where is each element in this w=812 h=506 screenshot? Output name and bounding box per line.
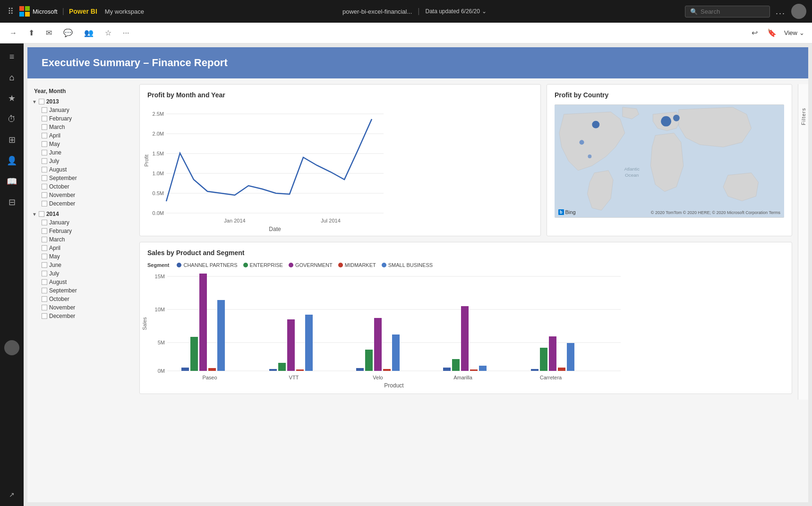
profit-y-axis-label: Profit — [144, 154, 149, 167]
tree-month-jan-2014: January — [32, 218, 134, 227]
more-options-button[interactable]: ... — [776, 7, 786, 17]
legend-item-gov: GOVERNMENT — [289, 262, 333, 268]
tree-month-nov-2013: November — [32, 191, 134, 199]
legend-dot-sb — [382, 263, 386, 267]
tree-month-oct-2013: October — [32, 182, 134, 191]
tree-month-mar-2013: March — [32, 123, 134, 131]
email-icon[interactable]: ✉ — [44, 26, 54, 39]
year-label-2014: 2014 — [46, 211, 59, 217]
share-icon[interactable]: ⬆ — [26, 26, 36, 39]
toolbar-right: ↩ 🔖 View ⌄ — [750, 26, 804, 39]
sidebar-menu-icon[interactable]: ≡ — [1, 47, 22, 66]
sidebar-home-icon[interactable]: ⌂ — [1, 68, 22, 87]
bookmark-icon[interactable]: 🔖 — [765, 26, 778, 39]
right-filters-panel[interactable]: Filters — [798, 84, 808, 400]
legend-dot-gov — [289, 263, 293, 267]
report-inner: Year, Month ▼ 2013 January February Marc… — [27, 78, 808, 400]
tree-year-2014: ▼ 2014 — [32, 211, 134, 217]
legend-label-sb: SMALL BUSINESS — [388, 262, 433, 268]
svg-text:Amarilla: Amarilla — [453, 375, 473, 380]
map-svg: Atlantic Ocean — [555, 104, 784, 218]
year-checkbox-2013[interactable] — [39, 99, 44, 104]
main-layout: ≡ ⌂ ★ ⏱ ⊞ 👤 📖 ⊟ ↗ Executive Summary – Fi… — [0, 43, 812, 506]
filters-panel-label[interactable]: Filters — [801, 108, 806, 125]
toolbar: → ⬆ ✉ 💬 👥 ☆ ··· ↩ 🔖 View ⌄ — [0, 23, 812, 43]
profit-chart-title: Profit by Month and Year — [147, 91, 533, 99]
chart-row-2: Sales by Product and Segment Segment CHA… — [139, 242, 792, 394]
tree-expand-2014[interactable]: ▼ — [32, 212, 37, 217]
legend-label-ent: ENTERPRISE — [250, 262, 283, 268]
tree-year-2013: ▼ 2013 — [32, 98, 134, 105]
tree-section-2014: ▼ 2014 January February March April May … — [32, 211, 134, 320]
tree-month-dec-2014: December — [32, 312, 134, 320]
tree-month-apr-2014: April — [32, 244, 134, 252]
sidebar-apps-icon[interactable]: ⊞ — [1, 130, 22, 149]
report-wrapper: Executive Summary – Finance Report Year,… — [24, 43, 812, 506]
tree-month-aug-2014: August — [32, 278, 134, 286]
svg-text:Atlantic: Atlantic — [624, 166, 640, 172]
tree-month-mar-2014: March — [32, 235, 134, 244]
toolbar-more-icon[interactable]: ··· — [121, 27, 131, 39]
sidebar-favorites-icon[interactable]: ★ — [1, 89, 22, 108]
bar-vtt-ent — [278, 363, 286, 371]
svg-text:0.5M: 0.5M — [153, 190, 164, 196]
sidebar-avatar[interactable] — [4, 340, 19, 355]
bar-carretera-gov — [549, 336, 556, 371]
chart-row-1: Profit by Month and Year Profit — [139, 84, 792, 236]
search-icon: 🔍 — [690, 8, 698, 15]
tree-month-jun-2013: June — [32, 148, 134, 157]
filter-tree: Year, Month ▼ 2013 January February Marc… — [27, 84, 134, 400]
avatar[interactable] — [791, 4, 806, 19]
map-dot-europe2 — [673, 115, 680, 121]
svg-text:Carretera: Carretera — [540, 375, 562, 380]
segment-legend-label: Segment — [147, 262, 169, 268]
legend-item-mid: MIDMARKET — [338, 262, 376, 268]
bar-paseo-gov — [199, 274, 207, 371]
search-input[interactable] — [701, 8, 762, 15]
tree-month-feb-2013: February — [32, 114, 134, 123]
sales-y-axis-label: Sales — [142, 317, 147, 330]
svg-text:Ocean: Ocean — [625, 172, 639, 178]
bar-vtt-mid — [296, 369, 304, 371]
sales-chart-title: Sales by Product and Segment — [147, 249, 784, 257]
tree-month-aug-2013: August — [32, 165, 134, 174]
comment-icon[interactable]: 💬 — [61, 26, 75, 39]
data-updated-label: Data updated 6/26/20 ⌄ — [425, 8, 486, 15]
microsoft-label: Microsoft — [33, 8, 58, 15]
svg-text:Product: Product — [384, 382, 404, 389]
bar-amarilla-ent — [452, 359, 460, 371]
bar-amarilla-cp — [443, 368, 451, 371]
charts-area: Profit by Month and Year Profit — [134, 84, 798, 400]
sidebar-workspaces-icon[interactable]: ⊟ — [1, 193, 22, 212]
tree-expand-2013[interactable]: ▼ — [32, 99, 37, 104]
svg-text:5M: 5M — [158, 340, 165, 345]
nav-center: power-bi-excel-financial... | Data updat… — [148, 7, 681, 16]
star-icon[interactable]: ☆ — [103, 26, 113, 39]
year-checkbox-2014[interactable] — [39, 211, 44, 217]
search-box[interactable]: 🔍 — [685, 6, 770, 17]
export-icon[interactable]: ↗ — [5, 487, 18, 502]
sidebar-learn-icon[interactable]: 📖 — [1, 172, 22, 191]
workspace-label[interactable]: My workspace — [105, 8, 144, 15]
sidebar-recent-icon[interactable]: ⏱ — [1, 110, 22, 129]
legend-dot-ent — [243, 263, 248, 267]
undo-icon[interactable]: ↩ — [750, 26, 760, 39]
ms-squares-icon — [19, 6, 30, 17]
back-icon[interactable]: → — [8, 27, 19, 39]
legend-label-cp: CHANNEL PARTNERS — [183, 262, 237, 268]
sidebar-people-icon[interactable]: 👤 — [1, 151, 22, 170]
legend-item-ent: ENTERPRISE — [243, 262, 283, 268]
bar-amarilla-gov — [461, 306, 469, 371]
tree-month-jul-2013: July — [32, 157, 134, 165]
teams-icon[interactable]: 👥 — [82, 26, 95, 39]
report-content: Executive Summary – Finance Report Year,… — [27, 47, 808, 502]
sales-bar-chart: 15M 10M 5M 0M — [167, 272, 621, 385]
tree-month-sep-2013: September — [32, 174, 134, 182]
bar-vtt-sb — [305, 315, 313, 371]
tree-month-jun-2014: June — [32, 261, 134, 269]
view-button[interactable]: View ⌄ — [784, 29, 804, 36]
grid-menu-icon[interactable]: ⠿ — [6, 4, 16, 18]
tree-month-sep-2014: September — [32, 286, 134, 295]
svg-text:2.5M: 2.5M — [153, 111, 164, 117]
tree-month-may-2014: May — [32, 252, 134, 261]
